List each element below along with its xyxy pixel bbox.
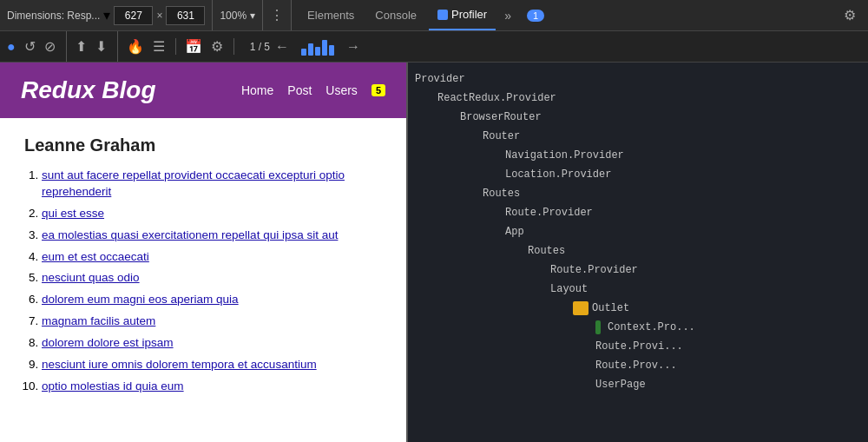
tree-node-context-pro[interactable]: Context.Pro... [411,318,868,337]
list-item: nesciunt iure omnis dolorem tempora et a… [42,357,382,373]
node-label: Location.Provider [505,168,611,181]
reload-button[interactable]: ↺ [24,38,36,55]
clear-button[interactable]: ⊘ [44,38,56,55]
node-label: Route.Provider [550,264,638,276]
nav-users[interactable]: Users [326,83,358,97]
post-link-4[interactable]: eum et est occaecati [42,250,149,263]
post-link-1[interactable]: sunt aut facere repellat provident occae… [42,168,345,198]
zoom-dropdown[interactable]: 100% ▾ [220,10,255,22]
next-recording-button[interactable]: → [346,39,360,55]
tree-node-layout[interactable]: Layout [411,280,868,299]
tab-more-icon[interactable]: » [499,9,516,23]
post-link-8[interactable]: dolorem dolore est ipsam [42,336,174,349]
tab-badge-container: 1 [527,10,544,22]
tab-console-label: Console [375,9,417,22]
tree-node-browserrouter[interactable]: BrowserRouter [411,108,868,127]
list-item: qui est esse [42,206,382,222]
node-label: Context.Pro... [608,321,695,333]
list-item: nesciunt quas odio [42,270,382,287]
dimensions-label: Dimensions: Resp... [7,10,100,22]
list-item: sunt aut facere repellat provident occae… [42,168,382,201]
node-label: UserPage [595,379,646,391]
flame-bar-2 [308,43,313,56]
node-label: Routes [528,245,565,257]
post-link-5[interactable]: nesciunt quas odio [42,271,140,284]
tree-node-app[interactable]: App [411,222,868,241]
height-input[interactable] [166,6,205,25]
ranked-icon[interactable]: ☰ [153,38,165,55]
node-label: Routes [483,188,520,200]
profiler-panel[interactable]: Provider ReactRedux.Provider BrowserRout… [408,63,868,442]
tab-elements-label: Elements [307,9,354,22]
node-label: Route.Provi... [595,340,683,353]
upload-icon[interactable]: ⬆ [76,38,87,55]
nav-home[interactable]: Home [241,83,273,97]
blog-author: Leanne Graham [24,135,382,155]
timeline-icon[interactable]: 📅 [185,38,202,55]
width-input[interactable] [114,6,153,25]
record-button[interactable]: ● [7,39,16,55]
settings-gear-icon[interactable]: ⚙ [838,7,861,23]
outlet-bar [573,301,589,315]
download-icon[interactable]: ⬇ [95,38,107,55]
settings-icon[interactable]: ⚙ [211,38,223,55]
chevron-down-icon: ▾ [250,10,255,22]
tree-node-route-provi-1[interactable]: Route.Provi... [411,337,868,356]
context-bar [595,320,601,334]
tree-container: Provider ReactRedux.Provider BrowserRout… [408,69,868,394]
flame-bar-1 [301,49,306,56]
profiler-timeline-section: 📅 ⚙ [185,38,234,55]
post-link-6[interactable]: dolorem eum magni eos aperiam quia [42,293,239,306]
blog-content: Leanne Graham sunt aut facere repellat p… [0,118,406,418]
flamechart-preview[interactable] [301,38,334,56]
flame-bar-3 [315,47,320,56]
zoom-section: 100% ▾ [213,0,263,30]
post-link-9[interactable]: nesciunt iure omnis dolorem tempora et a… [42,358,317,371]
list-item: ea molestias quasi exercitationem repell… [42,228,382,244]
chevron-down-icon: ▾ [103,7,110,23]
tree-node-routes-1[interactable]: Routes [411,184,868,203]
tab-profiler[interactable]: Profiler [429,0,496,30]
blog-title: Redux Blog [21,76,156,104]
tree-node-route-provider-2[interactable]: Route.Provider [411,261,868,280]
tab-elements[interactable]: Elements [299,0,363,30]
profiler-icon [437,10,448,20]
dimensions-section: Dimensions: Resp... ▾ × [0,0,213,30]
flame-bar-5 [329,45,334,56]
post-link-3[interactable]: ea molestias quasi exercitationem repell… [42,228,338,241]
tree-node-routes-2[interactable]: Routes [411,241,868,261]
dimension-separator: × [156,10,162,22]
node-label: Outlet [592,302,629,314]
nav-badge: 5 [372,84,385,96]
tree-node-nav-provider[interactable]: Navigation.Provider [411,146,868,165]
node-label: Provider [415,73,465,85]
post-link-10[interactable]: optio molestias id quia eum [42,379,184,393]
tree-node-router[interactable]: Router [411,127,868,146]
node-label: Router [483,130,520,142]
flame-bar-4 [322,40,327,56]
blog-post-list: sunt aut facere repellat provident occae… [24,168,382,395]
tree-node-provider[interactable]: Provider [411,69,868,89]
profiler-view-section: 🔥 ☰ [127,38,176,55]
blog-header: Redux Blog Home Post Users 5 [0,63,406,118]
node-label: ReactRedux.Provider [437,92,556,104]
list-item: magnam facilis autem [42,313,382,330]
post-link-7[interactable]: magnam facilis autem [42,314,155,327]
tree-node-route-prov-2[interactable]: Route.Prov... [411,356,868,375]
prev-recording-button[interactable]: ← [275,39,289,55]
flame-icon[interactable]: 🔥 [127,38,144,55]
tree-node-loc-provider[interactable]: Location.Provider [411,165,868,184]
more-options-button[interactable]: ⋮ [263,7,291,23]
node-label: Route.Prov... [595,360,677,372]
post-link-2[interactable]: qui est esse [42,207,104,220]
profiler-record-section: ● ↺ ⊘ [7,31,67,62]
tree-node-reactredux[interactable]: ReactRedux.Provider [411,89,868,108]
tab-console[interactable]: Console [366,0,425,30]
tree-node-route-provider-1[interactable]: Route.Provider [411,203,868,222]
node-label: Route.Provider [505,207,593,219]
tree-node-outlet[interactable]: Outlet [411,299,868,318]
nav-post[interactable]: Post [287,83,312,97]
node-label: Layout [550,283,588,295]
tree-node-userpage[interactable]: UserPage [411,375,868,394]
dimensions-dropdown[interactable]: Dimensions: Resp... ▾ [7,7,110,23]
